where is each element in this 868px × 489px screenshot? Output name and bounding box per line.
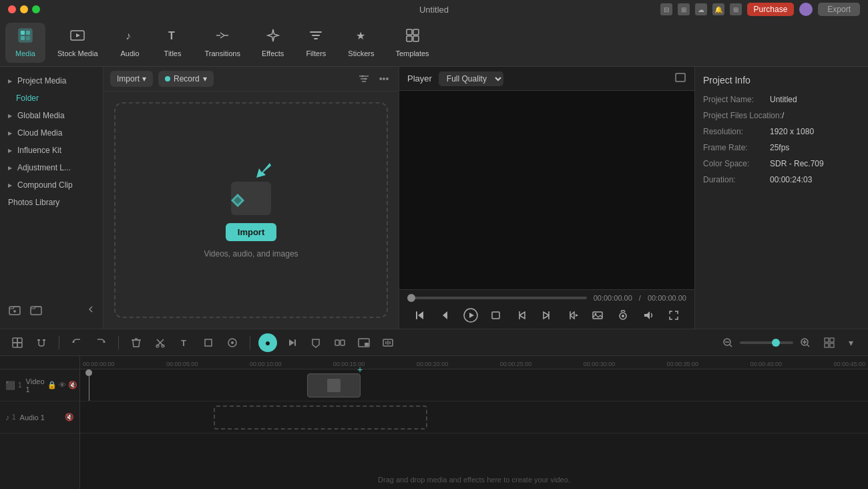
drop-import-button[interactable]: Import (226, 223, 276, 241)
sidebar-item-global-media[interactable]: ▶ Global Media (0, 107, 103, 124)
arrow-icon-4: ▶ (8, 148, 12, 154)
timeline-more-icon[interactable]: ▾ (841, 333, 860, 352)
video1-lock-icon[interactable]: 🔒 (47, 381, 57, 389)
info-label-framerate: Frame Rate: (703, 143, 770, 152)
snapshot-icon[interactable] (614, 306, 632, 325)
zoom-in-button[interactable] (796, 333, 815, 352)
import-button[interactable]: Import ▾ (110, 71, 153, 87)
sidebar-item-adjustment[interactable]: ▶ Adjustment L... (0, 159, 103, 176)
text-overlay-button[interactable]: T (175, 333, 194, 352)
svg-rect-41 (13, 343, 17, 347)
mark-in-icon[interactable] (512, 306, 531, 325)
grid-icon[interactable]: ⊞ (730, 3, 742, 15)
step-forward-icon[interactable] (487, 306, 505, 325)
toolbar-stock-media[interactable]: Stock Media (48, 23, 107, 63)
sidebar-item-influence-kit[interactable]: ▶ Influence Kit (0, 142, 103, 159)
timeline-drop-text: Drag and drop media and effects here to … (378, 476, 570, 484)
export-frame-icon[interactable] (588, 306, 607, 325)
quality-select[interactable]: Full Quality (439, 71, 503, 86)
sidebar-item-folder[interactable]: Folder (0, 90, 103, 107)
timeline-drop-zone[interactable] (214, 405, 427, 430)
sidebar-bottom (0, 297, 103, 323)
play-pause-timeline[interactable]: ● (258, 333, 277, 352)
sidebar: ▶ Project Media Folder ▶ Global Media ▶ … (0, 67, 103, 329)
drop-zone-icon (224, 162, 278, 215)
toolbar-filters[interactable]: Filters (296, 23, 336, 63)
volume-icon[interactable] (639, 306, 658, 325)
fullscreen-icon[interactable] (674, 74, 686, 86)
toolbar-templates[interactable]: Templates (386, 23, 438, 63)
cloud-icon[interactable]: ☁ (695, 3, 707, 15)
record-button[interactable]: Record ▾ (158, 71, 214, 87)
close-button[interactable] (8, 5, 16, 13)
cut-button[interactable] (151, 333, 170, 352)
collapse-sidebar-icon[interactable] (85, 304, 96, 317)
play-button[interactable] (461, 306, 480, 325)
toolbar-effects[interactable]: Effects (252, 23, 293, 63)
audio-icon: ♪ (123, 28, 138, 47)
audio1-mute-icon[interactable]: 🔇 (65, 413, 74, 422)
minimize-button[interactable] (20, 5, 28, 13)
split-audio[interactable] (331, 333, 349, 352)
user-avatar[interactable] (799, 3, 813, 16)
zoom-slider[interactable] (740, 341, 793, 344)
svg-rect-26 (676, 73, 685, 82)
drop-arrow-icon (254, 159, 275, 186)
more-options-icon[interactable]: ••• (376, 71, 392, 87)
purchase-button[interactable]: Purchase (747, 3, 795, 16)
video-clip[interactable] (307, 373, 361, 397)
svg-point-53 (231, 341, 234, 344)
step-forward-tl[interactable] (282, 333, 301, 352)
zoom-out-button[interactable] (718, 333, 737, 352)
timeline-toolbar: T ● (0, 329, 868, 356)
draw-button[interactable] (223, 333, 242, 352)
filters-label: Filters (306, 49, 326, 57)
bell-icon[interactable]: 🔔 (712, 3, 724, 15)
step-back-icon[interactable] (436, 306, 455, 325)
video1-eye-icon[interactable]: 👁 (59, 381, 66, 389)
new-folder-icon[interactable] (28, 302, 44, 318)
stickers-label: Stickers (348, 49, 374, 57)
export-button[interactable]: Export (818, 3, 860, 16)
fit-view-icon[interactable] (664, 306, 683, 325)
add-folder-icon[interactable] (7, 302, 23, 318)
sidebar-item-photos-library[interactable]: Photos Library (0, 194, 103, 211)
media-drop-zone[interactable]: Import Videos, audio, and images (114, 102, 388, 318)
progress-bar[interactable] (407, 297, 587, 299)
monitor-icon[interactable]: ⊟ (660, 3, 672, 15)
timeline-grid-icon[interactable] (820, 333, 839, 352)
pip-button[interactable] (355, 333, 373, 352)
window-icon[interactable]: ⊞ (678, 3, 690, 15)
maximize-button[interactable] (32, 5, 40, 13)
video1-mute-icon[interactable]: 🔇 (68, 381, 77, 389)
svg-point-25 (365, 78, 367, 80)
svg-rect-13 (407, 29, 412, 35)
add-marker[interactable] (306, 333, 325, 352)
timeline: T ● (0, 329, 868, 489)
delete-button[interactable] (127, 333, 146, 352)
filter-icon[interactable] (356, 71, 372, 87)
sidebar-item-compound-clip[interactable]: ▶ Compound Clip (0, 176, 103, 194)
audio-clip-button[interactable] (379, 333, 397, 352)
player-right (674, 71, 686, 86)
magnet-icon[interactable] (32, 333, 51, 352)
toolbar-transitions[interactable]: Transitions (196, 23, 250, 63)
info-label-resolution: Resolution: (703, 127, 770, 136)
toolbar-audio[interactable]: ♪ Audio (110, 23, 150, 63)
sidebar-item-cloud-media[interactable]: ▶ Cloud Media (0, 124, 103, 142)
toolbar-stickers[interactable]: ★ Stickers (339, 23, 383, 63)
in-out-options-icon[interactable] (563, 306, 582, 325)
crop-button[interactable] (199, 333, 218, 352)
scene-button[interactable] (8, 333, 27, 352)
sidebar-item-project-media[interactable]: ▶ Project Media (0, 72, 103, 90)
redo-button[interactable] (91, 333, 110, 352)
skip-back-icon[interactable] (411, 306, 429, 325)
svg-rect-28 (416, 311, 417, 319)
mark-out-icon[interactable] (537, 306, 556, 325)
toolbar-titles[interactable]: T Titles (153, 23, 193, 63)
video1-track-icons: 🔒 👁 🔇 (47, 381, 77, 389)
toolbar-media[interactable]: Media (5, 23, 45, 63)
zoom-thumb (772, 339, 780, 347)
undo-button[interactable] (67, 333, 86, 352)
record-label: Record (174, 74, 200, 84)
